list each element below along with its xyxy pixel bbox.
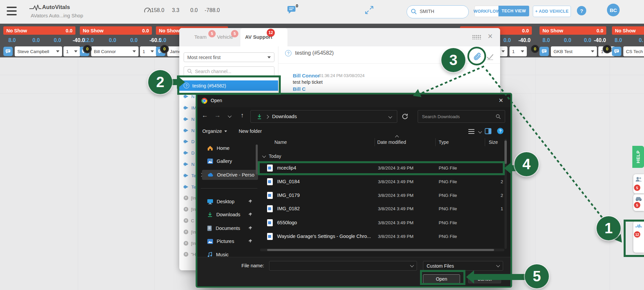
grid-line xyxy=(500,75,644,75)
no-show-bar: No Show0.0 xyxy=(80,26,152,35)
refresh-icon[interactable] xyxy=(402,113,408,120)
expand-icon[interactable] xyxy=(365,5,374,15)
back-icon[interactable]: ← xyxy=(202,112,208,119)
sidebar-item-gallery[interactable]: Gallery xyxy=(207,156,232,166)
recent-locations-chevron-icon[interactable] xyxy=(228,114,231,117)
view-mode-icon[interactable] xyxy=(468,128,475,134)
divider xyxy=(435,138,436,146)
rail-badge: 5 xyxy=(634,185,640,191)
help-icon[interactable]: ? xyxy=(577,6,586,15)
group-header[interactable]: Today xyxy=(269,154,281,159)
stat-value: 0.0 xyxy=(130,37,138,43)
group-collapse-chevron-icon[interactable] xyxy=(262,154,266,158)
sidebar-item-onedrive[interactable]: OneDrive - Perso xyxy=(207,170,254,180)
tech-chat-icon[interactable] xyxy=(612,47,621,56)
onedrive-cloud-icon xyxy=(207,173,213,177)
avatar[interactable]: BC xyxy=(607,4,620,16)
address-bar[interactable]: Downloads xyxy=(250,110,397,123)
forward-icon[interactable]: → xyxy=(214,112,221,119)
file-name-input[interactable] xyxy=(269,261,417,271)
metric-3: 0.0 xyxy=(190,7,198,13)
no-show-bar: No Show xyxy=(612,26,644,35)
new-folder-button[interactable]: New folder xyxy=(239,128,262,134)
search-icon xyxy=(411,9,417,15)
up-icon[interactable]: ↑ xyxy=(241,112,244,119)
chrome-icon xyxy=(201,98,207,104)
tab-vehicle-badge: 5 xyxy=(231,30,238,37)
sidebar-item-downloads[interactable]: Downloads xyxy=(207,210,240,220)
tab-team-badge: 5 xyxy=(208,30,216,37)
mark-resolved-icon[interactable] xyxy=(486,53,494,60)
tech-view-button[interactable]: TECH VIEW xyxy=(498,6,529,16)
dialog-titlebar[interactable] xyxy=(197,94,510,107)
file-open-dialog: Open × ← → ↑ Downloads Search Downloads … xyxy=(197,94,510,286)
app-header: AutoVitals AVators Auto...ing Shop 158.0… xyxy=(0,0,644,24)
tech-select[interactable]: Bill Connor xyxy=(91,46,139,56)
file-row[interactable]: Wayside Garage's Settings - Google Chro.… xyxy=(260,230,504,243)
message-timestamp: 01:36:24 PM 03/08/2024 xyxy=(319,73,365,78)
hamburger-menu-icon[interactable] xyxy=(7,6,19,17)
vertical-scrollbar[interactable] xyxy=(504,139,507,249)
tab-av-support[interactable]: AV Support xyxy=(240,28,287,46)
column-header-size[interactable]: Size xyxy=(489,139,498,145)
file-name-label: File name: xyxy=(231,263,264,268)
tech-select[interactable]: CS Tech xyxy=(623,46,644,56)
sidebar-item-home[interactable]: Home xyxy=(207,143,230,153)
dialog-help-icon[interactable]: ? xyxy=(497,128,503,134)
horizontal-scrollbar[interactable] xyxy=(260,249,504,251)
column-header-date[interactable]: Date modified xyxy=(377,139,406,145)
file-row[interactable]: 6550logo3/8/2024 3:49 PM PNG File xyxy=(260,216,504,230)
column-header-name[interactable]: Name xyxy=(274,139,287,145)
grid-line xyxy=(0,93,179,94)
file-type-select[interactable]: Custom Files xyxy=(423,261,503,271)
grid-line xyxy=(610,57,610,290)
annotation-box-step1 xyxy=(624,220,644,257)
file-row[interactable]: IMG_01843/8/2024 3:49 PM PNG File2 xyxy=(260,175,504,189)
workflow-button[interactable]: WORKFLOW xyxy=(474,6,499,17)
annotation-box-step2 xyxy=(177,75,281,95)
metric-1: 158.0 xyxy=(151,7,164,13)
channel-search-input[interactable]: Search channel... xyxy=(184,66,274,76)
dialog-close-icon[interactable]: × xyxy=(499,96,503,105)
metric-2: 3.3 xyxy=(172,7,179,13)
column-header-type[interactable]: Type xyxy=(439,139,449,145)
sidebar-item-pictures[interactable]: Pictures xyxy=(207,236,234,246)
bay-select[interactable]: 1 xyxy=(140,46,157,56)
preview-pane-icon[interactable] xyxy=(485,128,491,134)
metric-4: -788.0 xyxy=(205,7,220,13)
search-value: SMITH xyxy=(420,9,434,14)
view-mode-chevron-icon[interactable] xyxy=(478,129,482,133)
organize-button[interactable]: Organize xyxy=(202,128,227,134)
add-vehicle-button[interactable]: + ADD VEHICLE xyxy=(533,6,571,17)
close-icon[interactable]: × xyxy=(488,31,493,41)
file-row[interactable]: IMG_01823/8/2024 3:49 PM PNG File1 xyxy=(260,202,504,216)
sidebar-item-desktop[interactable]: Desktop xyxy=(207,197,234,207)
tech-select[interactable]: Steve Campbell xyxy=(15,46,62,56)
downloads-icon xyxy=(257,114,262,120)
search-icon xyxy=(187,69,192,74)
shop-name: AVators Auto...ing Shop xyxy=(31,13,83,18)
channel-sort-select[interactable]: Most recent first xyxy=(184,52,274,62)
bay-select[interactable]: 1 xyxy=(509,46,527,56)
grid-dots-icon[interactable] xyxy=(472,35,481,39)
help-tab[interactable]: HELP xyxy=(632,146,644,168)
tech-chat-icon[interactable] xyxy=(3,47,13,56)
address-dropdown-chevron-icon[interactable] xyxy=(388,114,392,118)
app-logo: AutoVitals xyxy=(42,4,70,11)
tech-chat-icon[interactable] xyxy=(540,47,549,56)
sidebar-item-documents[interactable]: Documents xyxy=(207,223,240,233)
bay-select[interactable]: 1 xyxy=(63,46,80,56)
dialog-search-input[interactable]: Search Downloads xyxy=(418,110,505,123)
annotation-arrowhead xyxy=(466,270,474,284)
chat-bubble-icon[interactable] xyxy=(287,5,296,14)
tab-vehicle[interactable]: Vehicle xyxy=(217,34,233,40)
tab-team[interactable]: Team xyxy=(194,34,207,40)
annotation-arrowhead xyxy=(504,162,512,175)
pictures-icon xyxy=(207,239,213,244)
file-row[interactable]: IMG_01793/8/2024 3:49 PM PNG File2 xyxy=(260,189,504,202)
team-chat-rail-tab[interactable] xyxy=(633,174,644,194)
count-badge: 0 xyxy=(83,44,92,53)
vehicle-search-input[interactable]: SMITH xyxy=(407,5,469,18)
tech-select[interactable]: GKB Test xyxy=(551,46,597,56)
megaphone-icon xyxy=(184,94,189,98)
